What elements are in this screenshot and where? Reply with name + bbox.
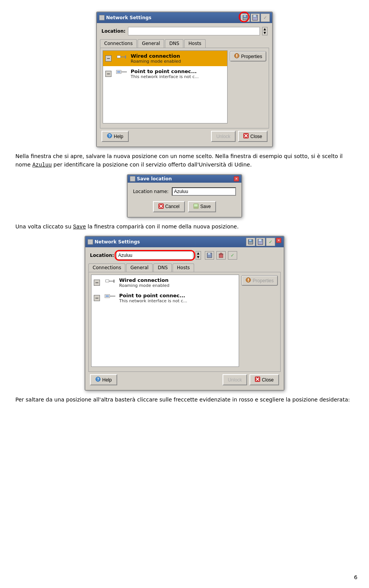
svg-rect-40	[208, 253, 210, 255]
window-title-1: Network Settings	[106, 15, 151, 20]
conn-item-wired-2[interactable]: −	[91, 275, 239, 290]
conn-item-ptp-1[interactable]: −	[103, 66, 227, 82]
conn-subtitle-wired-2: Roaming mode enabled	[119, 283, 170, 288]
titlebar-1: Network Settings	[97, 12, 272, 23]
titlebar-window-icon-2	[88, 239, 93, 245]
location-row-1: Location: ▲ ▼	[100, 26, 269, 36]
conn-minus-ptp-1[interactable]: −	[105, 71, 111, 77]
location-arrows-2[interactable]: ▲ ▼	[196, 251, 201, 260]
unlock-button-1[interactable]: Unlock	[211, 131, 236, 142]
window-close-btn-2[interactable]: ✕	[276, 238, 281, 243]
checkmark-icon-btn[interactable]: ✓	[261, 13, 270, 22]
location-row-2: Location: ▲ ▼	[88, 250, 281, 260]
svg-rect-29	[194, 204, 198, 207]
conn-minus-wired-2[interactable]: −	[94, 280, 100, 286]
location-input-2[interactable]	[116, 251, 193, 260]
svg-rect-0	[100, 16, 104, 19]
properties-button-2[interactable]: Properties	[241, 275, 278, 286]
titlebar-left-1: Network Settings	[99, 15, 151, 20]
right-buttons-1: Unlock Close	[211, 131, 268, 142]
tab-hosts-2[interactable]: Hosts	[173, 263, 194, 272]
tab-content-inner-2: −	[91, 275, 278, 369]
svg-text:?: ?	[108, 134, 111, 138]
help-button-2[interactable]: ? Help	[90, 374, 117, 385]
close-button-1[interactable]: Close	[238, 131, 268, 142]
location-name-label: Location name:	[133, 189, 169, 194]
tab-dns-2[interactable]: DNS	[153, 263, 172, 272]
props-wrap-1: Properties	[230, 50, 266, 126]
svg-rect-51	[110, 296, 115, 296]
svg-rect-45	[106, 280, 109, 282]
conn-name-ptp-2: Point to point connec...	[119, 293, 185, 298]
location-highlight-wrap	[116, 251, 193, 260]
tab-dns-1[interactable]: DNS	[165, 39, 183, 48]
arrow-up[interactable]: ▲	[263, 27, 267, 31]
tab-general-2[interactable]: General	[126, 263, 153, 272]
conn-list-wrap-2: −	[91, 275, 239, 369]
location-input-1[interactable]	[128, 27, 260, 35]
cancel-icon	[158, 203, 164, 210]
checkmark-location-icon[interactable]: ✓	[228, 251, 237, 260]
conn-item-wired-1[interactable]: −	[103, 51, 227, 66]
close-button-2[interactable]: Close	[249, 374, 279, 385]
arrow-down[interactable]: ▼	[263, 31, 267, 35]
tab-connections-1[interactable]: Connections	[100, 39, 137, 48]
properties-label-2: Properties	[253, 278, 274, 283]
floppy-icon-btn[interactable]	[251, 13, 260, 22]
tabs-row-1: Connections General DNS Hosts	[100, 39, 269, 48]
conn-icon-ptp-2	[104, 292, 116, 304]
svg-rect-24	[131, 177, 135, 180]
svg-rect-3	[244, 15, 246, 17]
save-titlebar-left: Save location	[130, 176, 172, 182]
delete-location-icon[interactable]	[216, 251, 226, 260]
save-location-icon[interactable]	[205, 251, 214, 260]
cancel-button[interactable]: Cancel	[153, 201, 185, 212]
help-label-2: Help	[102, 377, 112, 383]
tab-general-1[interactable]: General	[138, 39, 164, 48]
properties-button-1[interactable]: Properties	[230, 51, 266, 62]
svg-rect-9	[117, 56, 120, 58]
save-dialog-titlebar: Save location ✕	[128, 175, 241, 183]
save-dialog-close[interactable]: ✕	[234, 176, 239, 182]
svg-rect-11	[125, 55, 126, 58]
conn-info-wired-1: Wired connection Roaming mode enabled	[131, 53, 181, 64]
paragraph-3: Per saltare da una posizione all'altra b…	[15, 395, 354, 404]
tab-connections-2[interactable]: Connections	[88, 263, 125, 272]
location-label-2: Location:	[90, 253, 114, 258]
close-label-1: Close	[250, 134, 262, 139]
save-button[interactable]: Save	[188, 201, 216, 212]
close-label-2: Close	[262, 377, 274, 383]
svg-rect-14	[117, 71, 120, 73]
conn-item-ptp-2[interactable]: −	[91, 290, 239, 306]
location-label-1: Location:	[101, 28, 126, 34]
save-icon	[193, 203, 199, 210]
svg-rect-31	[88, 240, 92, 243]
dialog-buttons: Cancel Save	[133, 201, 236, 212]
conn-minus-ptp-2[interactable]: −	[94, 295, 100, 301]
location-name-row: Location name:	[133, 187, 236, 196]
page-number: 6	[354, 574, 357, 580]
arrow-down-2[interactable]: ▼	[196, 255, 201, 259]
window-body-2: Location: ▲ ▼	[85, 247, 284, 390]
svg-rect-34	[249, 240, 251, 241]
location-name-input[interactable]	[172, 187, 236, 196]
conn-minus-1[interactable]: −	[105, 55, 111, 62]
floppy-icon-btn-2[interactable]	[256, 238, 265, 246]
cancel-label: Cancel	[165, 204, 180, 209]
location-arrows-1[interactable]: ▲ ▼	[262, 27, 268, 35]
unlock-button-2[interactable]: Unlock	[223, 374, 248, 385]
help-button-1[interactable]: ? Help	[101, 131, 129, 142]
conn-subtitle-wired-1: Roaming mode enabled	[131, 59, 181, 64]
save-icon-btn-2[interactable]	[246, 238, 255, 246]
checkmark-icon-btn-2[interactable]: ✓	[266, 238, 275, 246]
tab-hosts-1[interactable]: Hosts	[184, 39, 206, 48]
arrow-up-2[interactable]: ▲	[196, 252, 201, 255]
conn-icon-wired-2	[104, 277, 116, 289]
properties-icon-1	[234, 53, 239, 60]
unlock-label-1: Unlock	[216, 134, 231, 139]
save-icon-btn[interactable]	[241, 13, 250, 22]
window-body-1: Location: ▲ ▼ Connections General DNS Ho…	[97, 23, 272, 147]
azuluu-code: Azuluu	[32, 162, 52, 168]
conn-list-1: −	[103, 50, 228, 123]
save-location-dialog: Save location ✕ Location name:	[127, 174, 242, 218]
